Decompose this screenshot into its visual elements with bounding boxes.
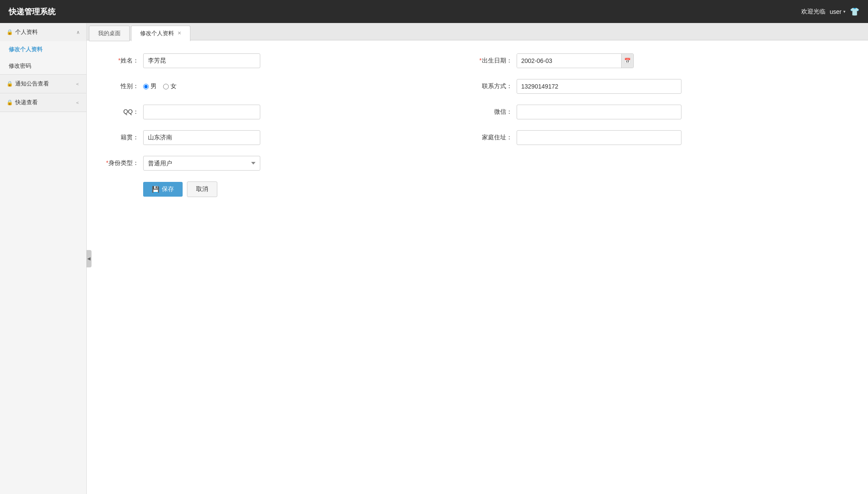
origin-label: 籍贯： [104,134,143,142]
id-type-label: *身份类型： [104,159,143,167]
gender-female-radio-label[interactable]: 女 [163,82,177,90]
qq-label-text: QQ： [123,108,139,115]
app-title: 快递管理系统 [9,7,56,17]
save-label: 保存 [162,185,174,193]
home-label: 家庭住址： [478,134,517,142]
sidebar-collapse-button[interactable]: ◀ [86,250,92,267]
form-col-wechat: 微信： [478,105,851,119]
sidebar-section-personal-items: 修改个人资料 修改密码 [0,41,86,74]
gender-label: 性别： [104,82,143,90]
origin-label-text: 籍贯： [121,134,139,141]
form-content: *姓名： *出生日期： 📅 性 [87,40,868,494]
sidebar-item-change-password[interactable]: 修改密码 [0,58,86,74]
sidebar-section-express-label: 快递查看 [15,99,38,106]
main-content: 我的桌面 修改个人资料 ✕ *姓名： *出生日期： [87,23,868,494]
birthdate-label: *出生日期： [478,57,517,65]
wechat-label-text: 微信： [494,108,512,115]
chevron-right-icon-express: ＜ [75,99,80,106]
sidebar: 🔒 个人资料 ∧ 修改个人资料 修改密码 🔒 通知公告查看 [0,23,87,494]
qq-label: QQ： [104,108,143,116]
form-col-home: 家庭住址： [478,130,851,145]
gender-male-text: 男 [151,82,157,90]
gender-male-radio[interactable] [143,84,149,89]
qq-input[interactable] [143,105,260,119]
cancel-button[interactable]: 取消 [187,181,217,197]
name-input[interactable] [143,53,260,68]
gender-male-radio-label[interactable]: 男 [143,82,157,90]
form-row-name-birthdate: *姓名： *出生日期： 📅 [104,53,851,68]
username-label: user [830,8,842,15]
dropdown-arrow-icon: ▾ [843,9,845,14]
cancel-label: 取消 [196,185,208,192]
tab-desktop-label: 我的桌面 [98,30,121,37]
sidebar-item-edit-profile[interactable]: 修改个人资料 [0,41,86,58]
form-col-gender: 性别： 男 女 [104,82,478,90]
contact-label: 联系方式： [478,82,517,90]
id-type-select[interactable]: 普通用户 管理员 [143,156,260,171]
wechat-label: 微信： [478,108,517,116]
form-col-origin: 籍贯： [104,130,478,145]
shirt-icon: 👕 [850,7,859,16]
tab-close-icon[interactable]: ✕ [177,31,181,36]
form-row-qq-wechat: QQ： 微信： [104,105,851,119]
form-row-id-type: *身份类型： 普通用户 管理员 [104,156,851,171]
sidebar-section-express-header[interactable]: 🔒 快递查看 ＜ [0,93,86,112]
gender-female-text: 女 [170,82,177,90]
layout: 🔒 个人资料 ∧ 修改个人资料 修改密码 🔒 通知公告查看 [0,23,868,494]
wechat-input[interactable] [517,105,681,119]
sidebar-section-personal: 🔒 个人资料 ∧ 修改个人资料 修改密码 [0,23,86,75]
tab-desktop[interactable]: 我的桌面 [89,26,130,41]
sidebar-section-notice-header[interactable]: 🔒 通知公告查看 ＜ [0,75,86,93]
sidebar-section-notice-label: 通知公告查看 [15,80,49,88]
chevron-right-icon-notice: ＜ [75,81,80,87]
tabs-bar: 我的桌面 修改个人资料 ✕ [87,23,868,40]
name-label: *姓名： [104,57,143,65]
home-input[interactable] [517,130,681,145]
tab-edit-profile[interactable]: 修改个人资料 ✕ [131,26,190,41]
sidebar-section-express: 🔒 快递查看 ＜ [0,93,86,112]
form-col-id-type: *身份类型： 普通用户 管理员 [104,156,851,171]
user-menu[interactable]: user ▾ [830,8,845,15]
id-type-label-text: 身份类型： [108,159,139,166]
birthdate-input[interactable] [517,54,621,68]
tab-edit-profile-label: 修改个人资料 [140,30,174,37]
welcome-text: 欢迎光临 [801,8,825,16]
lock-icon-express: 🔒 [7,99,13,105]
sidebar-section-personal-label: 个人资料 [15,28,38,36]
header-right: 欢迎光临 user ▾ 👕 [801,7,859,16]
form-col-name: *姓名： [104,53,478,68]
form-row-gender-contact: 性别： 男 女 联系方式： [104,79,851,94]
gender-radio-group: 男 女 [143,82,177,90]
header: 快递管理系统 欢迎光临 user ▾ 👕 [0,0,868,23]
contact-input[interactable] [517,79,681,94]
form-col-birthdate: *出生日期： 📅 [478,53,851,68]
gender-female-radio[interactable] [163,84,169,89]
name-label-text: 姓名： [121,57,139,64]
birthdate-input-wrapper: 📅 [517,53,634,68]
sidebar-section-notice: 🔒 通知公告查看 ＜ [0,75,86,93]
form-col-qq: QQ： [104,105,478,119]
save-icon: 💾 [152,186,159,193]
form-buttons: 💾 保存 取消 [143,181,851,197]
contact-label-text: 联系方式： [482,82,512,89]
chevron-up-icon: ∧ [76,30,80,35]
lock-icon-notice: 🔒 [7,81,13,87]
form-row-origin-home: 籍贯： 家庭住址： [104,130,851,145]
gender-label-text: 性别： [121,82,139,89]
form-col-contact: 联系方式： [478,79,851,94]
origin-input[interactable] [143,130,260,145]
sidebar-section-personal-header[interactable]: 🔒 个人资料 ∧ [0,23,86,41]
lock-icon-personal: 🔒 [7,29,13,35]
calendar-icon[interactable]: 📅 [621,54,633,68]
birthdate-label-text: 出生日期： [482,57,512,64]
home-label-text: 家庭住址： [482,134,512,141]
save-button[interactable]: 💾 保存 [143,182,183,197]
